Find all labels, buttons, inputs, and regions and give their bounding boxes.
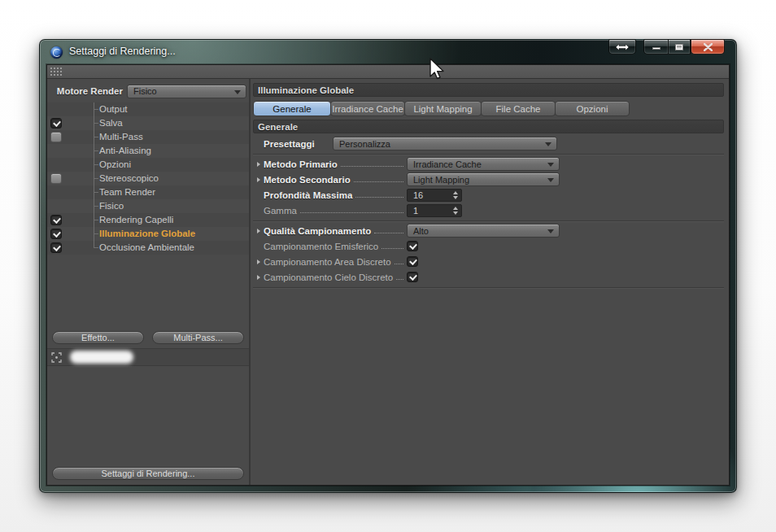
expand-arrow-icon[interactable] (257, 229, 260, 233)
sidebar-item-illuminazione-globale[interactable]: Illuminazione Globale (47, 227, 249, 241)
effects-button-row: Effetto... Multi-Pass... (52, 331, 244, 344)
settings-sidebar: Motore Render Fisico Output Salva (47, 79, 251, 485)
section-header: Generale (253, 120, 724, 133)
tab-light-mapping[interactable]: Light Mapping (404, 101, 482, 116)
illumination-panel: Illuminazione Globale Generale Irradianc… (251, 79, 729, 485)
param-presettaggi: Presettaggi Personalizza (253, 136, 724, 151)
checkbox-unchecked[interactable] (50, 132, 62, 142)
sidebar-item-anti-aliasing[interactable]: Anti-Aliasing (47, 144, 249, 158)
menu-grip-bar[interactable] (47, 65, 729, 79)
mouse-cursor (427, 57, 445, 81)
campionamento-area-discreto-checkbox[interactable] (407, 256, 418, 267)
sidebar-item-rendering-capelli[interactable]: Rendering Capelli (47, 213, 249, 227)
dot-leader (374, 233, 403, 233)
dot-leader (396, 279, 403, 280)
profondita-massima-input[interactable]: 16 (407, 189, 462, 202)
chevron-down-icon (547, 178, 554, 182)
render-settings-button[interactable]: Settaggi di Rendering... (52, 467, 244, 480)
content: Motore Render Fisico Output Salva (47, 79, 729, 485)
close-icon (704, 43, 713, 51)
sidebar-item-occlusione-ambientale[interactable]: Occlusione Ambientale (47, 241, 249, 255)
param-metodo-secondario: Metodo Secondario Light Mapping (253, 172, 724, 187)
checkbox-checked[interactable] (50, 242, 62, 253)
metodo-primario-select[interactable]: Irradiance Cache (407, 157, 560, 171)
param-campionamento-cielo-discreto: Campionamento Cielo Discreto (253, 269, 724, 285)
param-label: Gamma (264, 206, 297, 216)
redacted-preset-name (70, 351, 133, 364)
target-brackets-icon (51, 352, 62, 363)
checkbox-checked[interactable] (50, 215, 62, 225)
sidebar-item-stereoscopico[interactable]: Stereoscopico (47, 172, 249, 185)
settings-tree: Output Salva Multi-Pass Anti-Aliasing (47, 102, 249, 255)
expand-arrow-icon[interactable] (257, 275, 260, 280)
sidebar-item-salva[interactable]: Salva (47, 116, 249, 130)
campionamento-cielo-discreto-checkbox[interactable] (407, 272, 418, 282)
dot-leader (355, 197, 403, 198)
window-title: Settaggi di Rendering... (69, 46, 176, 57)
maximize-icon (675, 44, 683, 50)
dot-leader (300, 212, 403, 213)
param-campionamento-emisferico: Campionamento Emisferico (253, 238, 724, 254)
close-button[interactable] (691, 39, 725, 55)
render-engine-select[interactable]: Fisico (127, 85, 246, 98)
bottom-button-wrap: Settaggi di Rendering... (47, 467, 249, 480)
separator (253, 287, 724, 288)
titlebar[interactable]: Settaggi di Rendering... (40, 40, 736, 64)
chevron-down-icon (547, 163, 554, 167)
tab-bar: Generale Irradiance Cache Light Mapping … (253, 101, 724, 116)
param-label: Qualità Campionamento (264, 226, 371, 236)
effect-button[interactable]: Effetto... (52, 331, 144, 344)
tab-generale[interactable]: Generale (253, 101, 331, 116)
dot-leader (395, 264, 403, 264)
spinner-arrows-icon[interactable] (453, 191, 458, 199)
campionamento-emisferico-checkbox[interactable] (407, 241, 418, 251)
param-label: Campionamento Emisferico (264, 242, 378, 251)
expand-arrow-icon[interactable] (257, 162, 260, 167)
tab-file-cache[interactable]: File Cache (481, 101, 556, 116)
horizontal-resize-icon (615, 43, 630, 51)
param-label: Campionamento Area Discreto (264, 257, 391, 267)
gamma-input[interactable]: 1 (407, 204, 462, 217)
expand-arrow-icon[interactable] (257, 177, 260, 182)
sidebar-item-team-render[interactable]: Team Render (47, 185, 249, 199)
param-label: Metodo Secondario (264, 175, 351, 185)
param-qualita-campionamento: Qualità Campionamento Alto (253, 223, 724, 238)
tab-irradiance-cache[interactable]: Irradiance Cache (330, 101, 405, 116)
sidebar-item-output[interactable]: Output (47, 102, 249, 116)
qualita-campionamento-select[interactable]: Alto (407, 224, 560, 238)
separator (253, 220, 724, 221)
render-settings-window: Settaggi di Rendering... (39, 39, 737, 493)
tab-opzioni[interactable]: Opzioni (555, 101, 630, 116)
chevron-down-icon (547, 229, 554, 233)
spinner-arrows-icon[interactable] (453, 207, 458, 215)
param-label: Campionamento Cielo Discreto (264, 273, 393, 282)
sidebar-item-fisico[interactable]: Fisico (47, 199, 249, 213)
minimize-icon (652, 47, 660, 50)
multi-pass-button[interactable]: Multi-Pass... (152, 331, 244, 344)
param-label: Metodo Primario (264, 159, 338, 169)
tree-line (94, 102, 94, 248)
metodo-secondario-select[interactable]: Light Mapping (407, 172, 560, 186)
resize-button[interactable] (608, 39, 636, 55)
desktop: { "window": { "title": "Settaggi di Rend… (0, 0, 776, 532)
separator (253, 154, 724, 155)
checkbox-unchecked[interactable] (50, 173, 62, 184)
render-preset-row[interactable] (47, 348, 249, 366)
dot-leader (381, 248, 403, 249)
param-label: Presettaggi (264, 139, 315, 149)
sidebar-item-opzioni[interactable]: Opzioni (47, 158, 249, 172)
render-engine-value: Fisico (133, 86, 157, 96)
expand-arrow-icon[interactable] (257, 259, 260, 264)
render-engine-label: Motore Render (50, 86, 127, 96)
dot-leader (354, 181, 403, 182)
minimize-button[interactable] (643, 39, 668, 55)
grip-handle-icon[interactable] (50, 67, 63, 76)
param-campionamento-area-discreto: Campionamento Area Discreto (253, 254, 724, 269)
cinema4d-app-icon (50, 46, 63, 59)
presettaggi-select[interactable]: Personalizza (333, 137, 557, 150)
dot-leader (341, 166, 403, 167)
checkbox-checked[interactable] (50, 118, 62, 129)
sidebar-item-multi-pass[interactable]: Multi-Pass (47, 130, 249, 144)
checkbox-checked[interactable] (50, 229, 62, 239)
maximize-button[interactable] (668, 39, 691, 55)
